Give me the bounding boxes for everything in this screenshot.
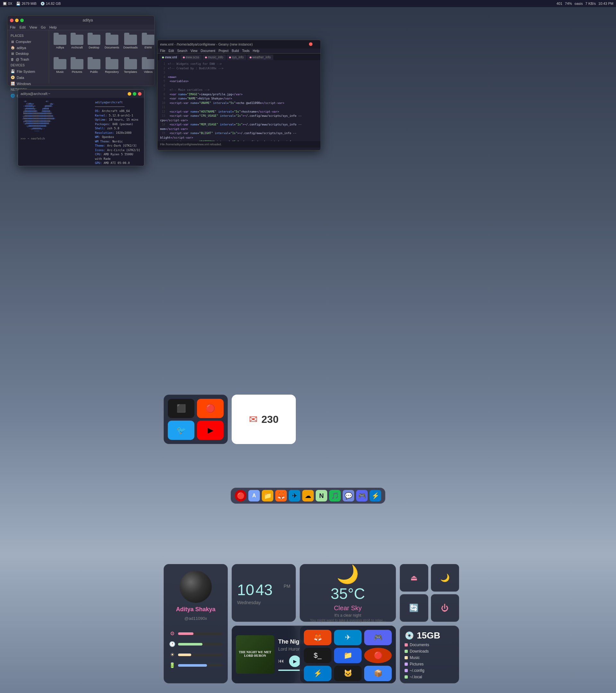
fm-file-eww[interactable]: EWW <box>141 33 154 56</box>
editor-menu-file[interactable]: File <box>160 49 165 53</box>
editor-max-button[interactable] <box>314 42 318 46</box>
sidebar-item-filesystem[interactable]: 💾 File System <box>7 68 49 75</box>
time-bar <box>178 643 202 646</box>
dock-nextcloud[interactable]: ☁ <box>302 490 314 501</box>
menu-go[interactable]: Go <box>41 25 45 29</box>
fm-file-videos[interactable]: Videos <box>141 58 154 81</box>
editor-menu[interactable]: File Edit Search View Document Project B… <box>158 48 320 54</box>
action-sleep[interactable]: 🌙 <box>431 564 459 592</box>
social-twitter[interactable]: 🐦 <box>168 421 194 440</box>
app-terminal[interactable]: $_ <box>304 648 332 663</box>
close-button[interactable] <box>10 19 14 22</box>
app-github-desktop[interactable]: 🐱 <box>334 666 362 681</box>
sidebar-item-desktop[interactable]: 🖥 Desktop <box>7 51 49 57</box>
file-manager-body: Places 🖥 Computer 🏠 aditya 🖥 Desktop 🗑 @… <box>7 30 154 83</box>
app-discord[interactable]: 🎮 <box>364 630 392 645</box>
terminal-min-button[interactable] <box>128 92 131 96</box>
menu-view[interactable]: View <box>29 25 37 29</box>
play-button[interactable]: ▶ <box>289 655 301 667</box>
dock-messages[interactable]: 💬 <box>343 490 354 501</box>
fm-file-aditya[interactable]: Aditya <box>52 33 68 56</box>
dock-firefox[interactable]: 🦊 <box>275 490 287 501</box>
sidebar-item-trash[interactable]: 🗑 @ Trash <box>7 57 49 62</box>
sidebar-item-data[interactable]: 📀 Data <box>7 75 49 81</box>
dock-a[interactable]: A <box>248 490 260 501</box>
editor-close-button[interactable] <box>309 42 313 46</box>
app-box[interactable]: 📦 <box>364 666 392 681</box>
tab-music-info[interactable]: music_info <box>202 55 226 60</box>
action-logout[interactable]: ⏏ <box>400 564 428 592</box>
tab-sys-info[interactable]: sys_info <box>226 55 246 60</box>
fm-content: Aditya Archcraft Desktop Documents Downl… <box>49 30 154 83</box>
app-telegram[interactable]: ✈ <box>334 630 362 645</box>
social-reddit[interactable]: 🔴 <box>197 399 224 418</box>
dock-spotify[interactable]: 🎵 <box>329 490 341 501</box>
terminal-window: aditya@archcraft:~ -e: -e: <100y> -@y- :… <box>18 89 144 166</box>
sidebar-item-aditya[interactable]: 🏠 aditya <box>7 45 49 51</box>
maximize-button[interactable] <box>20 19 24 22</box>
tab-eww-xml[interactable]: eww.xml <box>159 55 180 60</box>
fm-file-repository[interactable]: Repository <box>103 58 121 81</box>
terminal-prompt: >>> ~ neofetch <box>21 137 93 140</box>
file-label: Downloads <box>123 46 138 49</box>
music-album-art: THE NIGHT WE MET LORD HURON <box>236 635 274 674</box>
dock-files[interactable]: 📁 <box>262 490 273 501</box>
fm-file-templates[interactable]: Templates <box>122 58 139 81</box>
dock-archcraft[interactable]: 🔴 <box>235 490 246 501</box>
file-manager-menu[interactable]: File Edit View Go Help <box>7 25 154 30</box>
editor-menu-help[interactable]: Help <box>253 49 260 53</box>
tab-weather-info[interactable]: weather_info <box>247 55 273 60</box>
minimize-button[interactable] <box>15 19 19 22</box>
action-power[interactable]: ⏻ <box>431 594 459 622</box>
widget-gmail[interactable]: ✉ 230 <box>232 395 296 444</box>
terminal-controls[interactable] <box>128 92 141 96</box>
terminal-titlebar[interactable]: aditya@archcraft:~ <box>18 90 144 98</box>
topbar-ram: 💾 2679 MiB <box>16 2 36 6</box>
cpu-bar-bg <box>178 632 222 635</box>
terminal-max-button[interactable] <box>133 92 136 96</box>
documents-dot <box>404 643 408 647</box>
dock-telegram[interactable]: ✈ <box>289 490 300 501</box>
editor-menu-tools[interactable]: Tools <box>242 49 250 53</box>
dock-discord[interactable]: 🎮 <box>356 490 368 501</box>
terminal-close-button[interactable] <box>138 92 141 96</box>
menu-file[interactable]: File <box>10 25 16 29</box>
sidebar-item-windows[interactable]: 🪟 Windows <box>7 81 49 87</box>
editor-titlebar[interactable]: eww.xml - /home/aditya/config/eww - Gean… <box>158 40 320 48</box>
clock-ampm: PM <box>284 583 290 589</box>
editor-controls[interactable] <box>309 42 318 46</box>
menu-edit[interactable]: Edit <box>20 25 26 29</box>
app-firefox[interactable]: 🦊 <box>304 630 332 645</box>
menu-help[interactable]: Help <box>49 25 57 29</box>
fm-file-pictures[interactable]: Pictures <box>69 58 85 81</box>
editor-menu-search[interactable]: Search <box>177 49 187 53</box>
fm-file-music[interactable]: Music <box>52 58 68 81</box>
topbar-0x: 🔲 0X <box>3 2 12 6</box>
app-archcraft[interactable]: 🔴 <box>364 648 392 663</box>
local-label: ~/.local <box>410 675 422 679</box>
prev-button[interactable]: ⏮ <box>278 658 284 665</box>
dock-vscode[interactable]: ⚡ <box>370 490 381 501</box>
editor-menu-build[interactable]: Build <box>232 49 239 53</box>
editor-menu-edit[interactable]: Edit <box>168 49 174 53</box>
editor-menu-document[interactable]: Document <box>201 49 216 53</box>
editor-menu-project[interactable]: Project <box>218 49 228 53</box>
sidebar-item-computer[interactable]: 🖥 Computer <box>7 39 49 45</box>
fm-file-public[interactable]: Public <box>86 58 102 81</box>
editor-menu-view[interactable]: View <box>191 49 198 53</box>
social-github[interactable]: ⬛ <box>168 399 194 418</box>
editor-content[interactable]: 1<!-- Widgets config for EWW --> 2<!-- C… <box>158 60 320 141</box>
action-restart[interactable]: 🔄 <box>400 594 428 622</box>
fm-file-downloads[interactable]: Downloads <box>122 33 139 56</box>
tab-eww-scss[interactable]: eww.scss <box>180 55 202 60</box>
file-manager-titlebar[interactable]: aditya <box>7 16 154 25</box>
fm-file-archcraft[interactable]: Archcraft <box>69 33 85 56</box>
app-files[interactable]: 📁 <box>334 648 362 663</box>
fm-file-documents[interactable]: Documents <box>103 33 121 56</box>
social-youtube[interactable]: ▶ <box>197 421 224 440</box>
window-controls[interactable] <box>10 19 24 22</box>
fm-file-desktop[interactable]: Desktop <box>86 33 102 56</box>
dock-n[interactable]: N <box>316 490 327 501</box>
code-line: 2<!-- Created by : BoditAl09x --> <box>160 66 318 71</box>
app-vscode[interactable]: ⚡ <box>304 666 332 681</box>
